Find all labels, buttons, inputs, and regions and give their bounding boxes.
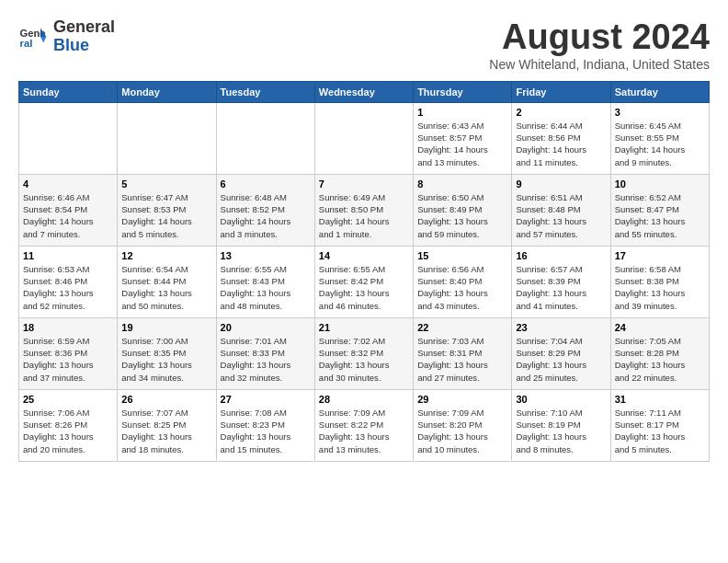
- calendar-day: 31Sunrise: 7:11 AM Sunset: 8:17 PM Dayli…: [610, 389, 709, 461]
- logo: Gene ral General Blue: [18, 18, 115, 55]
- calendar-day: 18Sunrise: 6:59 AM Sunset: 8:36 PM Dayli…: [19, 317, 118, 389]
- day-info: Sunrise: 6:48 AM Sunset: 8:52 PM Dayligh…: [221, 191, 311, 240]
- col-header-saturday: Saturday: [610, 81, 709, 102]
- calendar-week-2: 4Sunrise: 6:46 AM Sunset: 8:54 PM Daylig…: [19, 174, 710, 246]
- calendar-week-5: 25Sunrise: 7:06 AM Sunset: 8:26 PM Dayli…: [19, 389, 710, 461]
- calendar-day: 4Sunrise: 6:46 AM Sunset: 8:54 PM Daylig…: [19, 174, 118, 246]
- day-number: 16: [516, 250, 606, 261]
- day-info: Sunrise: 7:06 AM Sunset: 8:26 PM Dayligh…: [23, 407, 113, 455]
- day-number: 12: [121, 250, 211, 261]
- day-number: 29: [417, 394, 507, 405]
- calendar-header-row: SundayMondayTuesdayWednesdayThursdayFrid…: [19, 81, 710, 102]
- calendar-day: [19, 102, 118, 174]
- calendar-day: [216, 102, 314, 174]
- calendar-day: 15Sunrise: 6:56 AM Sunset: 8:40 PM Dayli…: [414, 246, 512, 317]
- day-number: 11: [23, 250, 113, 261]
- day-info: Sunrise: 7:07 AM Sunset: 8:25 PM Dayligh…: [121, 407, 211, 455]
- logo-line2: Blue: [53, 36, 89, 54]
- subtitle: New Whiteland, Indiana, United States: [489, 57, 710, 72]
- col-header-thursday: Thursday: [414, 81, 512, 102]
- calendar-day: 2Sunrise: 6:44 AM Sunset: 8:56 PM Daylig…: [512, 102, 610, 174]
- day-info: Sunrise: 6:56 AM Sunset: 8:40 PM Dayligh…: [417, 263, 507, 312]
- day-number: 2: [516, 107, 606, 118]
- day-info: Sunrise: 6:43 AM Sunset: 8:57 PM Dayligh…: [417, 120, 507, 168]
- day-number: 4: [23, 178, 113, 190]
- day-number: 20: [221, 322, 311, 333]
- calendar-day: [118, 102, 216, 174]
- day-info: Sunrise: 6:52 AM Sunset: 8:47 PM Dayligh…: [615, 191, 705, 240]
- day-number: 6: [221, 178, 311, 190]
- day-info: Sunrise: 6:54 AM Sunset: 8:44 PM Dayligh…: [121, 263, 211, 312]
- day-info: Sunrise: 6:45 AM Sunset: 8:55 PM Dayligh…: [615, 120, 705, 168]
- calendar-day: 20Sunrise: 7:01 AM Sunset: 8:33 PM Dayli…: [216, 317, 314, 389]
- calendar-day: 25Sunrise: 7:06 AM Sunset: 8:26 PM Dayli…: [19, 389, 118, 461]
- day-number: 22: [417, 322, 507, 333]
- calendar-day: 29Sunrise: 7:09 AM Sunset: 8:20 PM Dayli…: [414, 389, 512, 461]
- calendar-day: 3Sunrise: 6:45 AM Sunset: 8:55 PM Daylig…: [610, 102, 709, 174]
- main-title: August 2024: [489, 18, 710, 57]
- svg-text:ral: ral: [20, 38, 33, 49]
- col-header-monday: Monday: [118, 81, 216, 102]
- day-number: 23: [516, 322, 606, 333]
- day-info: Sunrise: 6:59 AM Sunset: 8:36 PM Dayligh…: [23, 335, 113, 384]
- col-header-friday: Friday: [512, 81, 610, 102]
- day-number: 31: [615, 394, 705, 405]
- calendar-day: 27Sunrise: 7:08 AM Sunset: 8:23 PM Dayli…: [216, 389, 314, 461]
- day-info: Sunrise: 7:04 AM Sunset: 8:29 PM Dayligh…: [516, 335, 606, 384]
- day-info: Sunrise: 6:55 AM Sunset: 8:43 PM Dayligh…: [221, 263, 311, 312]
- calendar-week-4: 18Sunrise: 6:59 AM Sunset: 8:36 PM Dayli…: [19, 317, 710, 389]
- day-number: 5: [121, 178, 211, 190]
- col-header-wednesday: Wednesday: [314, 81, 413, 102]
- day-info: Sunrise: 7:09 AM Sunset: 8:22 PM Dayligh…: [319, 407, 409, 455]
- day-number: 19: [121, 322, 211, 333]
- day-number: 18: [23, 322, 113, 333]
- day-info: Sunrise: 6:46 AM Sunset: 8:54 PM Dayligh…: [23, 191, 113, 240]
- calendar-day: 1Sunrise: 6:43 AM Sunset: 8:57 PM Daylig…: [414, 102, 512, 174]
- calendar-day: 30Sunrise: 7:10 AM Sunset: 8:19 PM Dayli…: [512, 389, 610, 461]
- day-info: Sunrise: 7:00 AM Sunset: 8:35 PM Dayligh…: [121, 335, 211, 384]
- day-number: 27: [221, 394, 311, 405]
- calendar-day: 6Sunrise: 6:48 AM Sunset: 8:52 PM Daylig…: [216, 174, 314, 246]
- day-number: 30: [516, 394, 606, 405]
- day-number: 21: [319, 322, 409, 333]
- day-number: 26: [121, 394, 211, 405]
- calendar-day: 7Sunrise: 6:49 AM Sunset: 8:50 PM Daylig…: [314, 174, 413, 246]
- calendar-day: 28Sunrise: 7:09 AM Sunset: 8:22 PM Dayli…: [314, 389, 413, 461]
- calendar-day: 9Sunrise: 6:51 AM Sunset: 8:48 PM Daylig…: [512, 174, 610, 246]
- day-number: 10: [615, 178, 705, 190]
- day-number: 7: [319, 178, 409, 190]
- day-info: Sunrise: 6:47 AM Sunset: 8:53 PM Dayligh…: [121, 191, 211, 240]
- calendar-day: 19Sunrise: 7:00 AM Sunset: 8:35 PM Dayli…: [118, 317, 216, 389]
- calendar-week-1: 1Sunrise: 6:43 AM Sunset: 8:57 PM Daylig…: [19, 102, 710, 174]
- calendar-day: 11Sunrise: 6:53 AM Sunset: 8:46 PM Dayli…: [19, 246, 118, 317]
- day-number: 24: [615, 322, 705, 333]
- day-info: Sunrise: 7:10 AM Sunset: 8:19 PM Dayligh…: [516, 407, 606, 455]
- day-info: Sunrise: 6:44 AM Sunset: 8:56 PM Dayligh…: [516, 120, 606, 168]
- day-info: Sunrise: 6:55 AM Sunset: 8:42 PM Dayligh…: [319, 263, 409, 312]
- calendar-day: [314, 102, 413, 174]
- calendar-day: 5Sunrise: 6:47 AM Sunset: 8:53 PM Daylig…: [118, 174, 216, 246]
- day-number: 13: [221, 250, 311, 261]
- day-info: Sunrise: 7:03 AM Sunset: 8:31 PM Dayligh…: [417, 335, 507, 384]
- calendar-day: 22Sunrise: 7:03 AM Sunset: 8:31 PM Dayli…: [414, 317, 512, 389]
- page-header: Gene ral General Blue August 2024 New Wh…: [18, 18, 710, 72]
- day-number: 28: [319, 394, 409, 405]
- calendar-day: 23Sunrise: 7:04 AM Sunset: 8:29 PM Dayli…: [512, 317, 610, 389]
- calendar-day: 26Sunrise: 7:07 AM Sunset: 8:25 PM Dayli…: [118, 389, 216, 461]
- day-info: Sunrise: 6:58 AM Sunset: 8:38 PM Dayligh…: [615, 263, 705, 312]
- day-info: Sunrise: 6:51 AM Sunset: 8:48 PM Dayligh…: [516, 191, 606, 240]
- day-number: 8: [417, 178, 507, 190]
- day-info: Sunrise: 7:05 AM Sunset: 8:28 PM Dayligh…: [615, 335, 705, 384]
- calendar-day: 10Sunrise: 6:52 AM Sunset: 8:47 PM Dayli…: [610, 174, 709, 246]
- col-header-tuesday: Tuesday: [216, 81, 314, 102]
- day-info: Sunrise: 6:57 AM Sunset: 8:39 PM Dayligh…: [516, 263, 606, 312]
- day-number: 17: [615, 250, 705, 261]
- logo-line1: General: [53, 18, 115, 37]
- day-info: Sunrise: 7:02 AM Sunset: 8:32 PM Dayligh…: [319, 335, 409, 384]
- col-header-sunday: Sunday: [19, 81, 118, 102]
- svg-marker-3: [40, 37, 46, 42]
- day-number: 3: [615, 107, 705, 118]
- day-info: Sunrise: 6:53 AM Sunset: 8:46 PM Dayligh…: [23, 263, 113, 312]
- day-info: Sunrise: 6:49 AM Sunset: 8:50 PM Dayligh…: [319, 191, 409, 240]
- calendar-day: 21Sunrise: 7:02 AM Sunset: 8:32 PM Dayli…: [314, 317, 413, 389]
